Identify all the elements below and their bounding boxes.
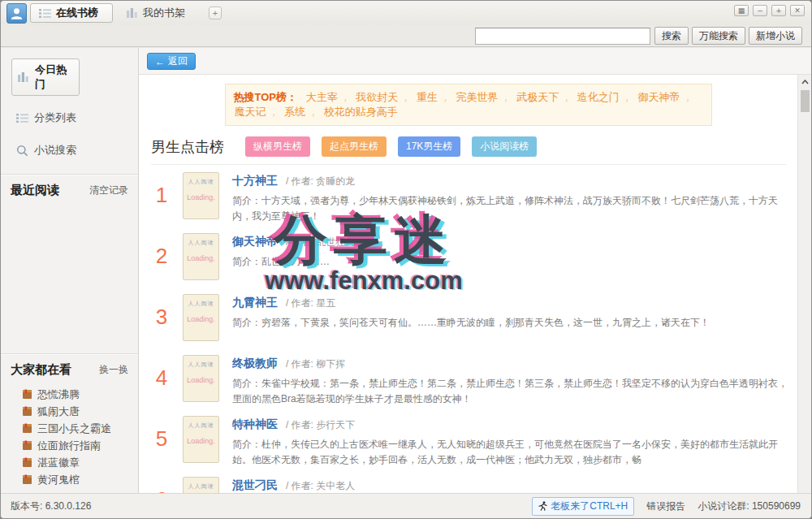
book-description: 简介：杜仲，失传已久的上古医术唯一继承人，无人知晓的超级兵王，可他竟然在医院当了… <box>232 437 788 468</box>
scroll-up-button[interactable] <box>798 75 811 89</box>
table-row: 3 人人阅读 Loading. 九霄神王 / 作者: 星五 简介：穷碧落，下黄泉… <box>139 287 797 348</box>
new-tab-button[interactable]: + <box>209 6 222 19</box>
hot-search-item[interactable]: 造化之门 <box>577 91 620 103</box>
list-item[interactable]: 湛蓝徽章 <box>22 454 138 471</box>
search-icon <box>16 145 28 157</box>
author-name: 星五 <box>316 297 335 309</box>
separator: ， <box>308 106 318 118</box>
bookshelf-icon <box>126 7 138 19</box>
scrollbar-thumb[interactable] <box>801 90 810 112</box>
status-right: 老板来了CTRL+H 错误报告 小说讨论群: 150590699 <box>532 497 811 516</box>
sidebar-item-label: 分类列表 <box>34 110 76 125</box>
separator: ， <box>440 91 451 103</box>
book-cover[interactable]: 人人阅读 Loading. <box>183 172 219 219</box>
search-input[interactable] <box>475 28 650 45</box>
hot-search-item[interactable]: 重生 <box>417 91 438 103</box>
user-icon <box>9 6 24 21</box>
main-content: ← 返回 热搜TOP榜： 大主宰， 我欲封天， 重生， 完美世界， 武极天下， … <box>139 48 811 493</box>
list-item[interactable]: 狐闹大唐 <box>22 403 138 420</box>
separator: ， <box>501 91 512 103</box>
separator: ， <box>269 106 279 118</box>
cover-loading-text: Loading. <box>184 315 218 323</box>
avatar[interactable] <box>6 3 27 24</box>
tab-zongheng-ranking[interactable]: 纵横男生榜 <box>245 136 310 157</box>
book-title-link[interactable]: 混世刁民 <box>232 478 278 491</box>
boss-key-button[interactable]: 老板来了CTRL+H <box>532 497 634 516</box>
section-title: 男生点击榜 <box>151 137 224 157</box>
hot-search-item[interactable]: 大主宰 <box>306 91 338 103</box>
sidebar-item-category-list[interactable]: 分类列表 <box>11 107 138 128</box>
close-button[interactable]: ✕ <box>790 5 805 16</box>
list-item[interactable]: 黄河鬼棺 <box>22 471 138 488</box>
list-item[interactable]: 恐慌沸腾 <box>22 386 138 403</box>
author-prefix: / 作者: <box>286 358 316 370</box>
hot-search-item[interactable]: 我欲封天 <box>356 91 398 103</box>
sidebar-item-today-hot[interactable]: 今日热门 <box>11 58 80 96</box>
clear-records-link[interactable]: 清空记录 <box>89 184 128 197</box>
hot-search-item[interactable]: 系统 <box>284 106 305 118</box>
cover-brand-text: 人人阅读 <box>184 178 218 186</box>
sidebar-item-label: 小说搜索 <box>34 143 76 158</box>
skin-button[interactable]: ▦ <box>734 5 749 16</box>
title-bar: 在线书榜 我的书架 + ▦ − + ✕ <box>1 1 811 25</box>
add-novel-button[interactable]: 新增小说 <box>749 27 802 45</box>
rank-number: 4 <box>149 355 175 402</box>
tab-17k-ranking[interactable]: 17K男生榜 <box>398 136 460 157</box>
search-button[interactable]: 搜索 <box>654 27 689 45</box>
cover-brand-text: 人人阅读 <box>184 361 218 369</box>
book-icon <box>22 389 32 400</box>
book-title-link[interactable]: 特种神医 <box>232 417 278 430</box>
hot-search-item[interactable]: 武极天下 <box>516 91 559 103</box>
tab-label: 我的书架 <box>143 6 185 20</box>
cover-brand-text: 人人阅读 <box>184 300 218 308</box>
hot-search-item[interactable]: 御天神帝 <box>637 91 680 103</box>
author-name: 柳下挥 <box>316 358 345 370</box>
separator: ， <box>340 91 351 103</box>
book-cover[interactable]: 人人阅读 Loading. <box>183 355 219 402</box>
book-title-link[interactable]: 九霄神王 <box>232 296 278 309</box>
author-name: 关中老人 <box>316 480 355 491</box>
tab-label: 在线书榜 <box>56 6 98 20</box>
book-cover[interactable]: 人人阅读 Loading. <box>183 233 219 280</box>
error-report-link[interactable]: 错误报告 <box>646 500 685 513</box>
table-row: 6 人人阅读 Loading. 混世刁民 / 作者: 关中老人 简介：最穷不过要… <box>139 469 797 493</box>
toolbar: 搜索 万能搜索 新增小说 <box>1 25 811 47</box>
universal-search-button[interactable]: 万能搜索 <box>692 27 745 45</box>
tab-my-bookshelf[interactable]: 我的书架 <box>118 3 193 23</box>
tab-qidian-ranking[interactable]: 起点男生榜 <box>322 136 387 157</box>
cover-loading-text: Loading. <box>184 376 218 384</box>
list-item[interactable]: 三国小兵之霸途 <box>22 420 138 437</box>
bar-chart-icon <box>17 71 29 83</box>
cover-loading-text: Loading. <box>184 437 218 445</box>
hot-search-item[interactable]: 校花的贴身高手 <box>324 106 398 118</box>
tab-online-book-ranking[interactable]: 在线书榜 <box>30 3 113 23</box>
minimize-button[interactable]: − <box>753 5 767 16</box>
cover-brand-text: 人人阅读 <box>184 482 218 491</box>
list-item[interactable]: 位面旅行指南 <box>22 437 138 454</box>
vertical-scrollbar[interactable] <box>797 75 811 493</box>
book-description: 简介：十方天域，强者为尊，少年林天偶获神秘铁剑，炼无上武道，修阵术神法，战万族天… <box>232 193 788 224</box>
book-title-link[interactable]: 十方神王 <box>232 174 278 187</box>
rank-number: 2 <box>149 233 175 280</box>
version-label: 版本号: 6.30.0.126 <box>11 500 91 513</box>
sidebar-item-novel-search[interactable]: 小说搜索 <box>11 140 138 161</box>
hot-search-item[interactable]: 完美世界 <box>456 91 499 103</box>
author-prefix: / 作者: <box>286 297 316 309</box>
sidebar-item-label: 今日热门 <box>35 63 72 92</box>
rank-number: 1 <box>149 172 175 219</box>
book-title-link[interactable]: 终极教师 <box>232 357 278 370</box>
hot-search-item[interactable]: 魔天记 <box>235 106 266 118</box>
book-cover[interactable]: 人人阅读 Loading. <box>183 294 219 341</box>
back-button[interactable]: ← 返回 <box>147 53 196 70</box>
tab-reading-ranking[interactable]: 小说阅读榜 <box>472 136 537 157</box>
book-info: 终极教师 / 作者: 柳下挥 简介：朱雀中学校规：第一条，禁止师生恋！第二条，禁… <box>232 355 793 402</box>
category-list-icon <box>16 113 28 123</box>
book-title-link[interactable]: 御天神帝 <box>232 235 278 248</box>
book-cover[interactable]: 人人阅读 Loading. <box>183 477 219 493</box>
author-name: 贪睡的龙 <box>316 175 355 187</box>
author-name: 乱世狂刀 <box>316 236 355 248</box>
book-cover[interactable]: 人人阅读 Loading. <box>183 416 219 463</box>
refresh-link[interactable]: 换一换 <box>99 363 128 377</box>
author-name: 步行天下 <box>316 419 355 430</box>
maximize-button[interactable]: + <box>771 5 786 16</box>
